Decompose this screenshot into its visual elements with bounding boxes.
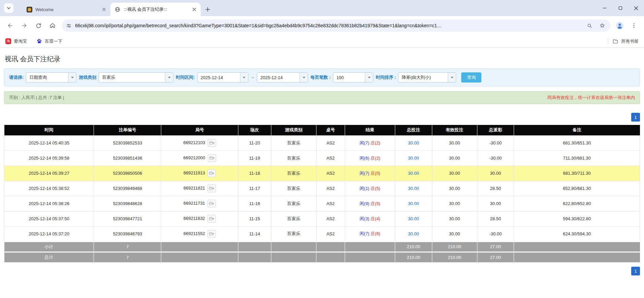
dropdown-arrow-icon[interactable]	[448, 73, 456, 82]
minimize-button[interactable]	[597, 0, 612, 16]
home-button[interactable]	[46, 19, 59, 32]
dropdown-arrow-icon[interactable]	[300, 73, 308, 82]
date-type-select[interactable]: 日期查询	[26, 72, 76, 82]
tab-search-button[interactable]	[4, 3, 13, 13]
video-button[interactable]	[207, 185, 216, 192]
dropdown-arrow-icon[interactable]	[68, 73, 76, 82]
game-type-select[interactable]: 百家乐	[99, 72, 173, 82]
tab-title: :::视讯 会员下注纪录:::	[124, 6, 188, 12]
currency-summary: 币别 : 人民币 | 总共 :7 注单 |	[9, 95, 64, 101]
video-button[interactable]	[207, 230, 216, 238]
new-tab-button[interactable]	[203, 4, 213, 14]
video-icon	[209, 156, 214, 160]
url-text[interactable]: 66cxkj98.com/ipl/portal.php/game/betreco…	[75, 23, 581, 28]
search-button[interactable]: 查询	[461, 72, 481, 82]
total-label: 总计	[4, 252, 94, 262]
subtotal-valid-bet: 210.00	[432, 241, 477, 252]
maximize-button[interactable]	[612, 0, 628, 16]
video-icon	[209, 186, 214, 191]
total-bet-link[interactable]: 30.00	[408, 216, 419, 221]
cell-time: 2025-12-14 05:37:50	[4, 211, 94, 226]
star-icon	[599, 23, 605, 29]
cell-bet-id: 523039849468	[94, 181, 161, 196]
cell-table-no: AS2	[316, 135, 345, 151]
baidu-paw-icon	[36, 38, 42, 44]
address-bar[interactable]: 66cxkj98.com/ipl/portal.php/game/betreco…	[62, 20, 610, 32]
round-number: 669212103	[183, 140, 205, 145]
col-game: 游戏类别	[271, 125, 316, 135]
result-banker: 庄(5)	[371, 186, 380, 191]
round-number: 669211821	[183, 186, 205, 191]
site-info-icon[interactable]	[66, 23, 72, 29]
tab-bet-record[interactable]: :::视讯 会员下注纪录:::	[110, 3, 201, 16]
cell-table-no: AS2	[316, 226, 345, 241]
total-bet-link[interactable]: 30.00	[408, 156, 419, 161]
bookmark-star-button[interactable]	[598, 21, 607, 30]
back-button[interactable]	[3, 19, 17, 32]
cell-bet-id: 523039851436	[94, 151, 161, 166]
profile-button[interactable]	[613, 19, 626, 32]
total-bet-link[interactable]: 30.00	[408, 140, 419, 145]
video-button[interactable]	[207, 200, 216, 207]
round-number: 669211552	[183, 231, 205, 236]
forward-button[interactable]	[18, 19, 31, 32]
video-button[interactable]	[207, 169, 216, 177]
menu-button[interactable]	[627, 19, 641, 32]
page-size-select[interactable]: 100	[333, 72, 373, 82]
page-button[interactable]: 1	[631, 113, 640, 122]
total-bet-link[interactable]: 30.00	[408, 171, 419, 176]
video-button[interactable]	[208, 139, 216, 147]
close-icon[interactable]	[191, 6, 197, 12]
cell-session: 11-18	[238, 166, 271, 181]
total-bet-link[interactable]: 30.00	[408, 231, 419, 236]
cell-valid-bet: 30.00	[432, 211, 477, 226]
cell-session: 11-15	[238, 211, 271, 226]
all-bookmarks-button[interactable]: 所有书签	[612, 38, 639, 44]
bookmark-baidu[interactable]: 百度一下	[36, 38, 62, 44]
cell-table-no: AS2	[316, 151, 345, 166]
three-dot-menu-icon	[631, 23, 637, 29]
refresh-button[interactable]	[32, 19, 45, 32]
cell-result: 闲(3) 庄(4)	[345, 211, 395, 226]
sort-select[interactable]: 降幂(由大到小)	[398, 72, 456, 82]
tab-welcome[interactable]: Welcome	[22, 3, 110, 16]
bookmark-aitaobao[interactable]: 淘 爱淘宝	[5, 38, 27, 44]
cell-valid-bet: 30.00	[432, 196, 477, 211]
video-button[interactable]	[207, 215, 216, 223]
cell-payout: 28.50	[477, 181, 514, 196]
zoom-button[interactable]	[585, 21, 594, 30]
cell-game: 百家乐	[271, 226, 316, 241]
cell-payout: 28.50	[477, 211, 514, 226]
maximize-icon	[618, 6, 622, 10]
total-bet-link[interactable]: 30.00	[408, 201, 419, 206]
filter-bar: 请选择: 日期查询 游戏类别 百家乐 时间区间: 2025-12-14 ~ 20…	[4, 68, 640, 87]
cell-time: 2025-12-14 05:37:20	[4, 226, 94, 241]
page-button[interactable]: 1	[631, 267, 640, 275]
round-number: 669211913	[183, 170, 205, 175]
cell-game: 百家乐	[271, 181, 316, 196]
video-button[interactable]	[208, 154, 216, 162]
cell-valid-bet: 30.00	[432, 226, 477, 241]
table-row: 2025-12-14 05:39:27523039850506669211913…	[4, 166, 640, 181]
dropdown-arrow-icon[interactable]	[365, 73, 373, 82]
cell-payout: -30.00	[477, 135, 514, 151]
cell-valid-bet: 30.00	[432, 166, 477, 181]
cell-valid-bet: 30.00	[432, 135, 477, 151]
subtotal-total-bet: 210.00	[395, 241, 432, 252]
result-player: 闲(9)	[360, 201, 369, 206]
cell-time: 2025-12-14 05:40:35	[4, 135, 94, 151]
cell-bet-id: 523039850506	[94, 166, 161, 181]
col-bet-id: 注单编号	[94, 125, 161, 135]
total-bet-link[interactable]: 30.00	[408, 186, 419, 191]
window-close-button[interactable]	[628, 0, 644, 16]
dropdown-arrow-icon[interactable]	[165, 73, 173, 82]
date-from-select[interactable]: 2025-12-14	[197, 72, 248, 82]
sort-value: 降幂(由大到小)	[399, 73, 448, 82]
date-to-select[interactable]: 2025-12-14	[257, 72, 308, 82]
info-bar: 币别 : 人民币 | 总共 :7 注单 | 同局有效投注，统一计算在该局第一张注…	[4, 91, 640, 104]
dropdown-arrow-icon[interactable]	[240, 73, 248, 82]
close-icon[interactable]	[101, 6, 107, 12]
result-player: 闲(7)	[360, 231, 369, 236]
total-valid-bet: 210.00	[432, 252, 477, 262]
result-player: 闲(7)	[360, 140, 369, 145]
